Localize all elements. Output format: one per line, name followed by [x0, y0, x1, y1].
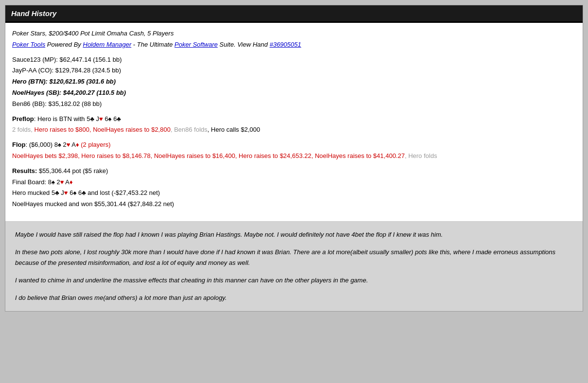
commentary-para-3: I wanted to chime in and underline the m…	[15, 275, 573, 286]
flop-hero-folds: , Hero folds	[405, 152, 437, 159]
poker-software-link[interactable]: Poker Software	[174, 41, 218, 48]
results-block: Results: $55,306.44 pot ($5 rake) Final …	[12, 166, 576, 209]
noel-result-line: NoelHayes mucked and won $55,301.44 ($27…	[12, 199, 576, 209]
board-a-diamond: ♦	[76, 141, 79, 148]
flop-action-line: NoelHayes bets $2,398, Hero raises to $8…	[12, 151, 576, 161]
hero-result: and lost (-$27,453.22 net)	[86, 189, 160, 196]
holdem-manager-link[interactable]: Holdem Manager	[83, 41, 132, 48]
preflop-ben-folds: , Ben86 folds	[171, 126, 208, 133]
noel-result-text: NoelHayes mucked and won $55,301.44 ($27…	[12, 200, 174, 208]
preflop-block: Preflop: Hero is BTN with 5♣ J♥ 6♠ 6♣ 2 …	[12, 114, 576, 136]
credit-text-3: - The Ultimate	[131, 41, 174, 48]
final-board-text: Final Board: 8	[12, 178, 52, 186]
preflop-label: Preflop	[12, 115, 34, 122]
card-5-club-suit: ♣	[90, 115, 94, 122]
player-name: Ben86 (BB): $35,182.02 (88 bb)	[12, 100, 102, 107]
flop-players: (2 players)	[79, 141, 111, 148]
hand-history-panel: Hand History Poker Stars, $200/$400 Pot …	[5, 5, 583, 312]
hand-history-content: Poker Stars, $200/$400 Pot Limit Omaha C…	[5, 23, 583, 222]
hero-mucked-line: Hero mucked 5♣ J♥ 6♠ 6♣ and lost (-$27,4…	[12, 188, 576, 198]
hm-j-text: J	[59, 189, 64, 196]
fb-8-spade: ♠	[52, 178, 55, 186]
card-6-spade-suit: ♠	[108, 115, 112, 122]
credit-line: Poker Tools Powered By Holdem Manager - …	[12, 40, 576, 50]
card-6b-text: 6	[112, 115, 117, 122]
commentary-section: Maybe I would have still raised the flop…	[5, 222, 583, 311]
hm-6b-text: 6	[76, 189, 82, 196]
hand-number-link[interactable]: #36905051	[270, 41, 301, 48]
fb-2-text: 2	[55, 178, 60, 186]
flop-line: Flop: ($6,000) 8♠ 2♥ A♦ (2 players)	[12, 140, 576, 150]
players-block: Sauce123 (MP): $62,447.14 (156.1 bb) Jay…	[12, 55, 576, 109]
final-board-line: Final Board: 8♠ 2♥ A♦	[12, 177, 576, 188]
commentary-para-1: Maybe I would have still raised the flop…	[15, 229, 573, 240]
player-name: NoelHayes (SB): $44,200.27 (110.5 bb)	[12, 89, 126, 96]
preflop-action-red: Hero raises to $800, NoelHayes raises to…	[35, 126, 171, 133]
player-ben86: Ben86 (BB): $35,182.02 (88 bb)	[12, 99, 576, 109]
panel-title: Hand History	[11, 9, 56, 17]
board-2-text: 2	[61, 141, 67, 148]
preflop-hero-call: , Hero calls $2,000	[208, 126, 260, 133]
hm-6-text: 6	[68, 189, 73, 196]
fb-a-diamond: ♦	[69, 178, 73, 186]
board-8-spade: ♠	[58, 141, 61, 148]
results-line: Results: $55,306.44 pot ($5 rake)	[12, 166, 576, 176]
game-info-block: Poker Stars, $200/$400 Pot Limit Omaha C…	[12, 29, 576, 50]
board-a-text: A	[70, 141, 76, 148]
card-j-text: J	[94, 115, 99, 122]
commentary-para-4: I do believe that Brian owes me(and othe…	[15, 293, 573, 303]
preflop-action-line: 2 folds, Hero raises to $800, NoelHayes …	[12, 125, 576, 135]
outer-container: Hand History Poker Stars, $200/$400 Pot …	[5, 5, 583, 312]
flop-action-red: NoelHayes bets $2,398, Hero raises to $8…	[12, 152, 405, 159]
hm-j-heart: ♥	[64, 189, 68, 196]
results-label: Results:	[12, 167, 37, 174]
commentary-para-2: In these two pots alone, I lost roughly …	[15, 247, 573, 268]
results-pot: $55,306.44 pot ($5 rake)	[37, 167, 108, 174]
preflop-hero-text: : Hero is BTN with 5	[34, 115, 90, 122]
poker-tools-link[interactable]: Poker Tools	[12, 41, 45, 48]
flop-board-text: : ($6,000) 8	[25, 141, 58, 148]
card-j-heart-suit: ♥	[99, 115, 103, 122]
preflop-folds: 2 folds,	[12, 126, 35, 133]
player-name: Sauce123 (MP): $62,447.14 (156.1 bb)	[12, 56, 121, 63]
panel-header: Hand History	[5, 5, 583, 23]
credit-text-4: Suite. View Hand	[218, 41, 270, 48]
flop-block: Flop: ($6,000) 8♠ 2♥ A♦ (2 players) Noel…	[12, 140, 576, 161]
hero-mucked-text: Hero mucked 5	[12, 189, 55, 196]
player-noelhayes: NoelHayes (SB): $44,200.27 (110.5 bb)	[12, 88, 576, 98]
flop-label: Flop	[12, 141, 25, 148]
preflop-line: Preflop: Hero is BTN with 5♣ J♥ 6♠ 6♣	[12, 114, 576, 124]
player-name: Hero (BTN): $120,621.95 (301.6 bb)	[12, 78, 116, 85]
card-6-text: 6	[103, 115, 108, 122]
hm-5-club: ♣	[55, 189, 59, 196]
player-name: JayP-AA (CO): $129,784.28 (324.5 bb)	[12, 67, 121, 74]
card-6-club-suit: ♣	[117, 115, 121, 122]
credit-text-2: Powered By	[45, 41, 83, 48]
player-jayp: JayP-AA (CO): $129,784.28 (324.5 bb)	[12, 66, 576, 76]
game-line: Poker Stars, $200/$400 Pot Limit Omaha C…	[12, 29, 576, 39]
player-sauce123: Sauce123 (MP): $62,447.14 (156.1 bb)	[12, 55, 576, 65]
fb-a-text: A	[64, 178, 69, 186]
player-hero: Hero (BTN): $120,621.95 (301.6 bb)	[12, 77, 576, 87]
hm-6-club: ♣	[82, 189, 86, 196]
